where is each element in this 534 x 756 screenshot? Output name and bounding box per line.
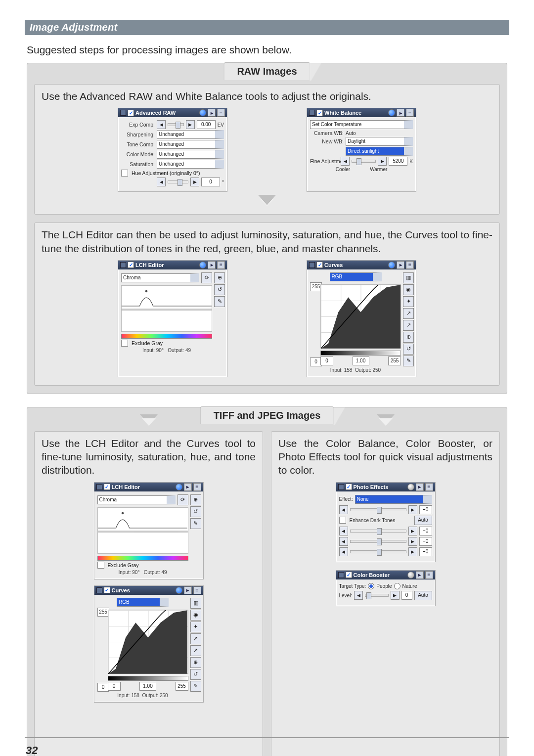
add-point-icon[interactable]: ⊕ (214, 272, 225, 283)
picker-icon[interactable]: ↗ (190, 633, 201, 644)
panel-menu-icon[interactable]: ≡ (406, 109, 414, 117)
curves-chart[interactable] (320, 284, 401, 349)
enable-checkbox[interactable] (346, 572, 352, 578)
collapse-icon[interactable] (120, 110, 126, 116)
x-max[interactable]: 255 (388, 356, 401, 365)
draw-curve-icon[interactable]: ✎ (214, 296, 225, 307)
left-arrow-icon[interactable]: ◀ (341, 157, 350, 166)
gamma[interactable]: 1.00 (139, 682, 156, 691)
level-slider[interactable] (365, 594, 388, 597)
right-arrow-icon[interactable]: ▶ (190, 178, 199, 186)
pe-val-4[interactable]: +0 (419, 547, 432, 556)
add-point-icon[interactable]: ⊕ (190, 494, 201, 505)
panel-button-icon[interactable]: ▸ (416, 483, 424, 491)
effect-dd[interactable]: None (355, 495, 432, 504)
pe-slider-4[interactable] (350, 550, 406, 553)
collapse-icon[interactable] (309, 110, 315, 116)
panel-menu-icon[interactable]: ≡ (425, 483, 433, 491)
auto-icon[interactable]: ◉ (190, 610, 201, 621)
curves-channel-dd[interactable]: RGB (330, 272, 382, 281)
draw-curve-icon[interactable]: ✎ (403, 356, 414, 366)
auto-button[interactable]: Auto (414, 591, 432, 600)
panel-header[interactable]: Curves ▸ ≡ (307, 261, 416, 269)
panel-header[interactable]: Color Booster ▸≡ (336, 571, 435, 579)
panel-header[interactable]: Curves ▸≡ (94, 586, 203, 595)
enable-checkbox[interactable] (316, 110, 323, 116)
collapse-icon[interactable] (96, 484, 102, 490)
hue-checkbox[interactable] (121, 170, 128, 177)
reset-curve-icon[interactable]: ↺ (190, 669, 201, 680)
collapse-icon[interactable] (120, 262, 126, 268)
left-arrow-icon[interactable]: ◀ (339, 527, 348, 535)
panel-header[interactable]: White Balance ▸ ≡ (307, 108, 416, 117)
hue-slider[interactable] (168, 180, 188, 183)
exp-slider[interactable] (168, 123, 184, 126)
excl-checkbox[interactable] (97, 562, 104, 569)
tone-dd[interactable]: Unchanged (157, 140, 224, 149)
enable-checkbox[interactable] (128, 110, 134, 116)
saturation-dd[interactable]: Unchanged (157, 160, 224, 169)
add-point-icon[interactable]: ⊕ (403, 332, 414, 343)
collapse-icon[interactable] (96, 587, 102, 593)
histogram-icon[interactable]: ▥ (403, 272, 414, 283)
reset-icon[interactable]: ⟳ (201, 272, 212, 283)
lch-mode-dd[interactable]: Chroma (97, 495, 176, 504)
panel-header[interactable]: Photo Effects ▸≡ (336, 483, 435, 491)
right-arrow-icon[interactable]: ▶ (391, 591, 400, 600)
curves-channel-dd[interactable]: RGB (117, 598, 169, 607)
panel-menu-icon[interactable]: ≡ (193, 586, 201, 594)
left-arrow-icon[interactable]: ◀ (339, 547, 348, 556)
wb-sub-dd[interactable]: Direct sunlight (346, 147, 413, 156)
wand-icon[interactable]: ✦ (403, 296, 414, 307)
exp-value[interactable]: 0.00 (197, 120, 216, 129)
radio-nature[interactable] (394, 583, 400, 589)
fine-slider[interactable] (352, 160, 376, 163)
reset-curve-icon[interactable]: ↺ (214, 284, 225, 295)
x-min[interactable]: 0 (320, 356, 333, 365)
panel-button-icon[interactable]: ▸ (208, 109, 216, 117)
right-arrow-icon[interactable]: ▶ (408, 505, 417, 514)
panel-header[interactable]: Advanced RAW ▸ ≡ (118, 108, 227, 117)
left-arrow-icon[interactable]: ◀ (339, 505, 348, 514)
radio-people[interactable] (368, 583, 374, 589)
wand-icon[interactable]: ✦ (190, 622, 201, 632)
collapse-icon[interactable] (309, 262, 315, 268)
histogram-icon[interactable]: ▥ (190, 598, 201, 609)
pe-slider-3[interactable] (350, 540, 406, 543)
enh-checkbox[interactable] (339, 517, 346, 524)
draw-curve-icon[interactable]: ✎ (190, 681, 201, 692)
left-arrow-icon[interactable]: ◀ (354, 591, 363, 600)
panel-menu-icon[interactable]: ≡ (217, 261, 225, 269)
panel-menu-icon[interactable]: ≡ (217, 109, 225, 117)
panel-button-icon[interactable]: ▸ (184, 586, 192, 594)
auto-button[interactable]: Auto (414, 516, 432, 525)
hue-value[interactable]: 0 (201, 178, 220, 186)
left-arrow-icon[interactable]: ◀ (157, 120, 166, 129)
x-min[interactable]: 0 (108, 682, 121, 691)
collapse-icon[interactable] (338, 484, 344, 490)
new-wb-dd[interactable]: Daylight (346, 137, 413, 146)
panel-menu-icon[interactable]: ≡ (406, 261, 414, 269)
lch-mode-dd[interactable]: Chroma (121, 273, 199, 282)
panel-menu-icon[interactable]: ≡ (425, 571, 433, 579)
right-arrow-icon[interactable]: ▶ (408, 547, 417, 556)
right-arrow-icon[interactable]: ▶ (186, 120, 195, 129)
auto-icon[interactable]: ◉ (403, 284, 414, 295)
picker-icon[interactable]: ↗ (403, 308, 414, 319)
right-arrow-icon[interactable]: ▶ (378, 157, 387, 166)
panel-header[interactable]: LCH Editor ▸≡ (94, 483, 203, 491)
panel-header[interactable]: LCH Editor ▸ ≡ (118, 261, 227, 269)
pe-slider-2[interactable] (350, 530, 406, 533)
panel-button-icon[interactable]: ▸ (397, 109, 404, 117)
right-arrow-icon[interactable]: ▶ (408, 527, 417, 535)
draw-curve-icon[interactable]: ✎ (190, 518, 201, 529)
panel-menu-icon[interactable]: ≡ (193, 483, 201, 491)
panel-button-icon[interactable]: ▸ (184, 483, 192, 491)
colormode-dd[interactable]: Unchanged (157, 150, 224, 159)
sharpening-dd[interactable]: Unchanged (157, 130, 224, 139)
left-arrow-icon[interactable]: ◀ (339, 537, 348, 546)
enable-checkbox[interactable] (104, 484, 110, 490)
enable-checkbox[interactable] (316, 262, 323, 268)
right-arrow-icon[interactable]: ▶ (408, 537, 417, 546)
enable-checkbox[interactable] (104, 587, 110, 593)
